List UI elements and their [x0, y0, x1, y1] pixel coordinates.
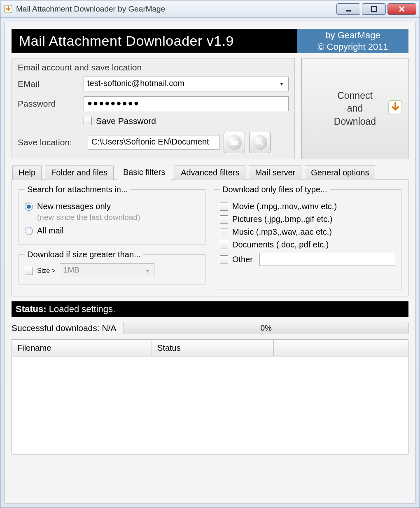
radio-all-mail[interactable] — [25, 227, 33, 235]
radio-new-hint: (new since the last download) — [37, 213, 199, 222]
window-controls — [336, 3, 416, 15]
file-types-group: Download only files of type... Movie (.m… — [214, 185, 401, 289]
type-pictures-checkbox[interactable] — [220, 215, 228, 224]
svg-line-4 — [261, 143, 263, 145]
svg-point-3 — [257, 140, 261, 144]
app-window: Mail Attachment Downloader by GearMage M… — [0, 0, 420, 508]
search-icon — [252, 135, 267, 150]
type-other-label: Other — [232, 255, 253, 264]
downloads-table: Filename Status — [12, 339, 408, 454]
connect-download-button[interactable]: Connect and Download — [301, 58, 408, 159]
tab-strip: Help Folder and files Basic filters Adva… — [12, 164, 408, 180]
size-checkbox-label: Size > — [37, 267, 56, 275]
svg-rect-2 — [371, 7, 376, 12]
col-extra[interactable] — [273, 340, 408, 357]
status-label: Status — [16, 304, 43, 314]
save-password-label: Save Password — [96, 116, 156, 126]
tab-folder-files[interactable]: Folder and files — [45, 165, 114, 180]
tab-basic-filters[interactable]: Basic filters — [117, 165, 171, 180]
col-filename[interactable]: Filename — [12, 340, 152, 357]
connect-line1: Connect — [337, 90, 373, 102]
tab-advanced-filters[interactable]: Advanced filters — [175, 165, 245, 180]
type-movie-label: Movie (.mpg,.mov,.wmv etc.) — [232, 202, 337, 211]
downloads-label: Successful downloads: — [12, 323, 100, 333]
password-input[interactable]: ●●●●●●●●● — [84, 96, 289, 111]
close-button[interactable] — [387, 3, 416, 15]
col-status[interactable]: Status — [152, 340, 273, 357]
radio-new-messages[interactable] — [25, 203, 33, 211]
connect-line2: and — [347, 103, 363, 114]
type-docs-checkbox[interactable] — [220, 241, 228, 249]
save-password-checkbox[interactable] — [84, 117, 92, 125]
type-other-checkbox[interactable] — [220, 255, 228, 263]
svg-rect-1 — [346, 10, 351, 12]
password-label: Password — [18, 99, 84, 109]
email-label: EMail — [18, 79, 84, 89]
file-types-legend: Download only files of type... — [220, 185, 330, 194]
folder-icon — [227, 135, 242, 150]
search-in-legend: Search for attachments in... — [25, 185, 131, 194]
type-docs-label: Documents (.doc,.pdf etc.) — [232, 240, 329, 249]
app-title: Mail Attachment Downloader v1.9 — [12, 29, 297, 53]
status-bar: Status: Loaded settings. — [12, 301, 408, 317]
status-text: Loaded settings. — [49, 304, 115, 314]
downloads-row: Successful downloads: N/A 0% — [12, 322, 408, 334]
maximize-button[interactable] — [362, 3, 386, 15]
save-location-input[interactable]: C:\Users\Softonic EN\Document — [88, 135, 219, 150]
app-icon — [4, 5, 13, 14]
size-select[interactable]: 1MB — [60, 263, 154, 278]
email-combobox[interactable]: test-softonic@hotmail.com — [84, 77, 289, 91]
type-music-checkbox[interactable] — [220, 228, 228, 236]
size-filter-group: Download if size greater than... Size > … — [19, 250, 205, 284]
radio-all-label: All mail — [37, 226, 63, 235]
vendor-badge: by GearMage © Copyright 2011 — [297, 29, 408, 53]
header-banner: Mail Attachment Downloader v1.9 by GearM… — [12, 29, 408, 53]
account-group-title: Email account and save location — [18, 63, 289, 72]
table-header: Filename Status — [12, 340, 408, 357]
titlebar[interactable]: Mail Attachment Downloader by GearMage — [0, 0, 420, 18]
type-other-input[interactable] — [259, 253, 395, 266]
account-group: Email account and save location EMail te… — [12, 58, 295, 159]
tab-mail-server[interactable]: Mail server — [249, 165, 301, 180]
minimize-button[interactable] — [336, 3, 360, 15]
tab-general-options[interactable]: General options — [305, 165, 375, 180]
save-location-label: Save location: — [18, 137, 84, 147]
copyright: © Copyright 2011 — [317, 41, 388, 53]
browse-folder-button[interactable] — [224, 132, 245, 153]
window-title: Mail Attachment Downloader by GearMage — [16, 5, 336, 14]
radio-new-label: New messages only — [37, 202, 111, 211]
search-in-group: Search for attachments in... New message… — [19, 185, 205, 245]
basic-filters-panel: Search for attachments in... New message… — [12, 180, 408, 296]
download-icon — [388, 100, 402, 117]
tab-help[interactable]: Help — [12, 165, 42, 180]
downloads-value: N/A — [102, 323, 116, 333]
type-pictures-label: Pictures (.jpg,.bmp,.gif etc.) — [232, 214, 332, 224]
open-location-button[interactable] — [249, 132, 271, 153]
type-music-label: Music (.mp3,.wav,.aac etc.) — [232, 227, 332, 237]
client-area: Mail Attachment Downloader v1.9 by GearM… — [5, 22, 415, 503]
vendor-name: by GearMage — [325, 30, 380, 41]
progress-bar: 0% — [124, 322, 408, 334]
type-movie-checkbox[interactable] — [220, 203, 228, 211]
size-filter-legend: Download if size greater than... — [25, 250, 143, 259]
progress-text: 0% — [261, 324, 272, 333]
connect-line3: Download — [334, 116, 376, 128]
size-checkbox[interactable] — [25, 267, 33, 275]
